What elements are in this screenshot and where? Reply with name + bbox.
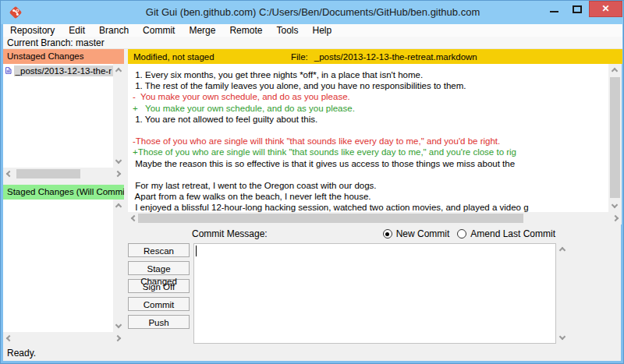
menu-edit[interactable]: Edit — [62, 24, 92, 37]
scrollbar-thumb[interactable] — [138, 214, 523, 223]
scroll-down-icon[interactable] — [115, 157, 122, 164]
diff-horizontal-scrollbar[interactable] — [128, 212, 622, 224]
diff-line-del: -Those of you who are single will think … — [133, 136, 529, 147]
push-button[interactable]: Push — [128, 315, 190, 329]
radio-label: New Commit — [396, 228, 450, 239]
diff-vertical-scrollbar[interactable] — [608, 64, 622, 212]
commit-type-radio-group: New CommitAmend Last Commit — [1, 228, 555, 239]
commit-vertical-scrollbar[interactable] — [557, 243, 569, 344]
minimize-icon — [550, 11, 558, 12]
scroll-up-icon[interactable] — [115, 203, 122, 210]
scroll-up-icon[interactable] — [115, 68, 122, 74]
diff-line-ctx — [133, 125, 529, 136]
staged-file-list[interactable] — [3, 200, 113, 332]
diff-line-ctx: I enjoyed a blissful 12-hour-long hackin… — [133, 202, 529, 212]
file-path: _posts/2013-12-13-the-retreat.markdown — [314, 52, 477, 62]
commit-message-input[interactable] — [193, 243, 556, 344]
status-bar: Ready. — [3, 345, 622, 362]
staged-vertical-scrollbar[interactable] — [113, 200, 124, 332]
file-name: _posts/2013-12-13-the-r — [14, 65, 113, 76]
scroll-left-icon[interactable] — [131, 215, 137, 221]
scrollbar-thumb[interactable] — [610, 77, 620, 198]
diff-header: Modified, not staged File:_posts/2013-12… — [128, 49, 622, 64]
menu-tools[interactable]: Tools — [269, 24, 305, 37]
diff-line-add: +Those of you who are single will think … — [133, 147, 529, 157]
diff-line-ctx: 1. You are not allowed to feel guilty ab… — [133, 114, 529, 125]
scroll-up-icon[interactable] — [559, 247, 566, 253]
diff-line-ctx: 1. Every six months, you get three night… — [133, 69, 529, 80]
commit-button[interactable]: Commit — [128, 297, 190, 311]
rescan-button[interactable]: Rescan — [128, 243, 190, 257]
diff-line-del: - You make your own schedule, and do as … — [133, 91, 529, 102]
diff-status-label: Modified, not staged — [128, 52, 214, 62]
scroll-down-icon[interactable] — [612, 202, 618, 208]
maximize-button[interactable] — [567, 1, 587, 18]
scroll-right-icon[interactable] — [115, 335, 121, 341]
sign-off-button[interactable]: Sign Off — [128, 279, 190, 293]
menu-help[interactable]: Help — [305, 24, 339, 37]
title-bar[interactable]: Git Gui (ben.github.com) C:/Users/Ben/Do… — [1, 1, 624, 24]
unstaged-file-list[interactable]: _posts/2013-12-13-the-r — [3, 64, 113, 168]
menu-branch[interactable]: Branch — [92, 24, 136, 37]
diff-line-ctx: Maybe the reason this is so effective is… — [133, 158, 529, 169]
menu-commit[interactable]: Commit — [136, 24, 182, 37]
scroll-down-icon[interactable] — [559, 334, 566, 340]
radio-icon — [383, 229, 392, 239]
close-button[interactable]: ✕ — [589, 1, 622, 17]
staged-horizontal-scrollbar[interactable] — [3, 332, 124, 345]
git-gui-window: Git Gui (ben.github.com) C:/Users/Ben/Do… — [0, 0, 624, 364]
staged-changes-header: Staged Changes (Will Commit) — [3, 185, 124, 200]
maximize-icon — [573, 5, 582, 13]
current-branch-bar: Current Branch: master — [3, 37, 622, 49]
window-title: Git Gui (ben.github.com) C:/Users/Ben/Do… — [1, 6, 624, 18]
diff-line-ctx: 1. The rest of the family leaves you alo… — [133, 80, 529, 91]
unstaged-changes-header: Unstaged Changes — [3, 49, 124, 64]
scroll-left-icon[interactable] — [6, 171, 12, 177]
unstaged-vertical-scrollbar[interactable] — [113, 64, 124, 168]
diff-line-add: + You make your own schedule, and do as … — [133, 103, 529, 114]
text-caret — [196, 246, 197, 256]
menu-remote[interactable]: Remote — [222, 24, 269, 37]
scroll-down-icon[interactable] — [115, 322, 122, 328]
scroll-left-icon[interactable] — [6, 335, 12, 341]
radio-label: Amend Last Commit — [470, 228, 555, 239]
scroll-right-icon[interactable] — [612, 215, 619, 221]
file-icon — [5, 65, 12, 76]
diff-lines: 1. Every six months, you get three night… — [133, 69, 529, 212]
menu-bar: RepositoryEditBranchCommitMergeRemoteToo… — [3, 24, 622, 37]
scroll-up-icon[interactable] — [612, 68, 618, 74]
radio-icon — [457, 229, 466, 239]
diff-line-ctx: For my last retreat, I went to the Orego… — [133, 180, 529, 191]
stage-changed-button[interactable]: Stage Changed — [128, 261, 190, 275]
file-label: File: — [291, 52, 308, 62]
menu-merge[interactable]: Merge — [182, 24, 222, 37]
minimize-button[interactable] — [544, 1, 565, 18]
action-button-column: RescanStage ChangedSign OffCommitPush — [128, 243, 190, 333]
scrollbar-thumb[interactable] — [16, 169, 80, 178]
menu-repository[interactable]: Repository — [3, 24, 62, 37]
radio-amend-last-commit[interactable]: Amend Last Commit — [457, 228, 555, 239]
diff-view[interactable]: 1. Every six months, you get three night… — [128, 64, 608, 212]
file-row[interactable]: _posts/2013-12-13-the-r — [3, 64, 113, 77]
radio-new-commit[interactable]: New Commit — [383, 228, 450, 239]
diff-line-ctx: Apart from a few walks on the beach, I n… — [133, 191, 529, 202]
diff-line-ctx — [133, 169, 529, 180]
diff-file-label: File:_posts/2013-12-13-the-retreat.markd… — [291, 52, 477, 62]
unstaged-horizontal-scrollbar[interactable] — [3, 168, 124, 181]
scroll-right-icon[interactable] — [115, 171, 121, 177]
